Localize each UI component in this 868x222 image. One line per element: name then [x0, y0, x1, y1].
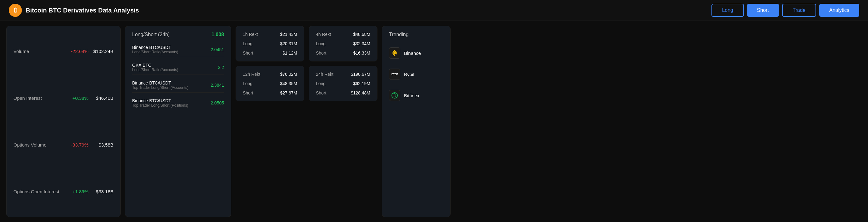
rekt-short-value: $27.67M	[280, 90, 297, 96]
ls-item-title-group: Binance BTC/USDT Long/Short Ratio(Accoun…	[132, 45, 178, 54]
rekt-short-label: Short	[243, 50, 253, 56]
rekt-short-value: $128.48M	[351, 90, 370, 96]
rekt-short-value: $16.33M	[353, 50, 370, 56]
exchange-name: Bybit	[404, 72, 414, 77]
rekt-total: $190.67M	[351, 72, 370, 77]
rekt-title: 12h Rekt	[243, 72, 260, 77]
rekt-long-label: Long	[316, 81, 326, 86]
ls-item-value: 2.2	[218, 65, 224, 70]
rekt-long-row: Long $62.19M	[316, 81, 370, 86]
rekt-long-value: $20.31M	[280, 41, 297, 46]
ls-item-name: Binance BTC/USDT	[132, 45, 178, 50]
ls-item-header: Binance BTC/USDT Top Trader Long/Short (…	[132, 80, 224, 90]
ls-item-header: OKX BTC Long/Short Ratio(Accounts) 2.2	[132, 63, 224, 72]
stat-label: Volume	[13, 49, 63, 54]
ls-item-sub: Long/Short Ratio(Accounts)	[132, 50, 178, 54]
rekt-grid-bottom: 12h Rekt $76.02M Long $48.35M Short $27.…	[236, 66, 377, 101]
ls-main-label: Long/Short (24h)	[132, 32, 170, 37]
exchange-name: Binance	[404, 50, 421, 56]
rekt-short-label: Short	[316, 90, 326, 96]
ls-main-value: 1.008	[212, 32, 224, 37]
ls-main-row: Long/Short (24h) 1.008	[132, 32, 224, 37]
ls-item-title-group: Binance BTC/USDT Top Trader Long/Short (…	[132, 98, 188, 108]
rekt-title: 1h Rekt	[243, 32, 258, 37]
rekt-short-row: Short $1.12M	[243, 50, 297, 56]
long-button[interactable]: Long	[711, 4, 744, 17]
rekt-long-row: Long $32.34M	[316, 41, 370, 46]
stat-value: $46.40B	[88, 96, 114, 101]
rekt-long-row: Long $48.35M	[243, 81, 297, 86]
rekt-short-value: $1.12M	[282, 50, 297, 56]
main-content: Volume -22.64% $102.24B Open Interest +0…	[0, 21, 868, 222]
rekt-total: $21.43M	[280, 32, 297, 37]
analytics-button[interactable]: Analytics	[819, 4, 859, 17]
ls-item-value: 2.0451	[211, 47, 224, 52]
stats-card: Volume -22.64% $102.24B Open Interest +0…	[6, 26, 121, 217]
header: ₿ Bitcoin BTC Derivatives Data Analysis …	[0, 0, 868, 21]
rekt-long-value: $48.35M	[280, 81, 297, 86]
rekt-card-4h: 4h Rekt $48.68M Long $32.34M Short $16.3…	[309, 26, 377, 62]
rekt-title: 4h Rekt	[316, 32, 331, 37]
rekt-short-label: Short	[243, 90, 253, 96]
exchange-name: Bitfinex	[404, 93, 419, 98]
bitfinex-icon	[389, 90, 400, 101]
trade-button[interactable]: Trade	[782, 4, 816, 17]
rekt-title-row: 24h Rekt $190.67M	[316, 72, 370, 77]
rekt-title-row: 12h Rekt $76.02M	[243, 72, 297, 77]
ls-item-title-group: OKX BTC Long/Short Ratio(Accounts)	[132, 63, 178, 72]
stat-row: Options Volume -33.79% $3.58B	[13, 142, 114, 147]
rekt-long-value: $62.19M	[353, 81, 370, 86]
ls-item-name: Binance BTC/USDT	[132, 98, 188, 103]
ls-item: OKX BTC Long/Short Ratio(Accounts) 2.2	[132, 60, 224, 75]
rekt-title-row: 4h Rekt $48.68M	[316, 32, 370, 37]
short-button[interactable]: Short	[747, 4, 779, 17]
rekt-long-label: Long	[243, 41, 252, 46]
rekt-cards-wrapper: 1h Rekt $21.43M Long $20.31M Short $1.12…	[236, 26, 377, 217]
rekt-card-12h: 12h Rekt $76.02M Long $48.35M Short $27.…	[236, 66, 304, 101]
ls-item-value: 2.3841	[211, 83, 224, 87]
trending-item-binance[interactable]: Binance	[389, 45, 443, 61]
header-left: ₿ Bitcoin BTC Derivatives Data Analysis	[9, 4, 139, 17]
rekt-long-row: Long $20.31M	[243, 41, 297, 46]
stat-value: $33.16B	[88, 189, 114, 194]
ls-item-sub: Top Trader Long/Short (Positions)	[132, 103, 188, 108]
rekt-short-row: Short $16.33M	[316, 50, 370, 56]
stat-change: +1.89%	[63, 189, 88, 194]
long-short-card: Long/Short (24h) 1.008 Binance BTC/USDT …	[125, 26, 231, 217]
rekt-short-row: Short $27.67M	[243, 90, 297, 96]
ls-item-name: Binance BTC/USDT	[132, 80, 188, 85]
rekt-title-row: 1h Rekt $21.43M	[243, 32, 297, 37]
rekt-card-24h: 24h Rekt $190.67M Long $62.19M Short $12…	[309, 66, 377, 101]
rekt-short-row: Short $128.48M	[316, 90, 370, 96]
ls-item-value: 2.0505	[211, 100, 224, 105]
stat-value: $102.24B	[88, 49, 114, 54]
ls-item: Binance BTC/USDT Long/Short Ratio(Accoun…	[132, 42, 224, 57]
stat-value: $3.58B	[88, 142, 114, 147]
ls-item: Binance BTC/USDT Top Trader Long/Short (…	[132, 78, 224, 92]
trending-card: Trending Binance	[382, 26, 451, 217]
header-title: Bitcoin BTC Derivatives Data Analysis	[26, 7, 139, 14]
stat-row: Options Open Interest +1.89% $33.16B	[13, 189, 114, 194]
binance-icon	[389, 47, 400, 59]
rekt-long-value: $32.34M	[353, 41, 370, 46]
stat-row: Volume -22.64% $102.24B	[13, 49, 114, 54]
ls-item-sub: Long/Short Ratio(Accounts)	[132, 68, 178, 72]
ls-item-header: Binance BTC/USDT Long/Short Ratio(Accoun…	[132, 45, 224, 54]
ls-item: Binance BTC/USDT Top Trader Long/Short (…	[132, 96, 224, 110]
trending-title: Trending	[389, 32, 443, 37]
stat-change: +0.38%	[63, 96, 88, 101]
rekt-long-label: Long	[243, 81, 252, 86]
trending-item-bitfinex[interactable]: Bitfinex	[389, 88, 443, 103]
stat-label: Open Interest	[13, 96, 63, 101]
rekt-card-1h: 1h Rekt $21.43M Long $20.31M Short $1.12…	[236, 26, 304, 62]
rekt-short-label: Short	[316, 50, 326, 56]
rekt-total: $76.02M	[280, 72, 297, 77]
stat-change: -22.64%	[63, 49, 88, 54]
ls-item-name: OKX BTC	[132, 63, 178, 68]
rekt-grid-top: 1h Rekt $21.43M Long $20.31M Short $1.12…	[236, 26, 377, 62]
rekt-long-label: Long	[316, 41, 326, 46]
stat-label: Options Open Interest	[13, 189, 63, 194]
stat-row: Open Interest +0.38% $46.40B	[13, 96, 114, 101]
rekt-title: 24h Rekt	[316, 72, 333, 77]
trending-item-bybit[interactable]: BYBT Bybit	[389, 67, 443, 82]
